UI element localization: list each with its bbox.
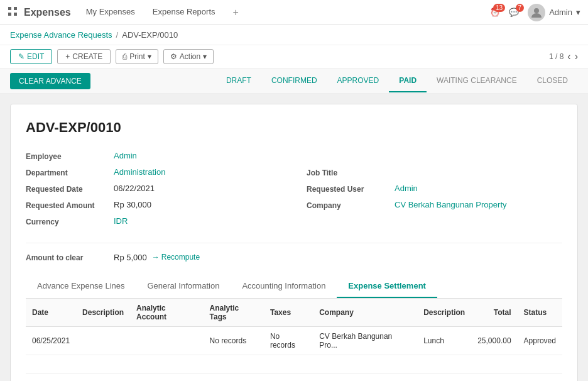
col-date: Date <box>26 299 76 327</box>
amount-to-clear-section: Amount to clear Rp 5,000 → Recompute <box>26 243 562 262</box>
stage-approved[interactable]: APPROVED <box>327 70 389 92</box>
currency-value[interactable]: IDR <box>114 216 128 226</box>
action-dropdown-icon: ▾ <box>203 52 207 61</box>
user-dropdown-icon[interactable]: ▾ <box>576 8 580 17</box>
cell-analytic-tags: No records <box>204 327 264 355</box>
cell-company: CV Berkah Bangunan Pro... <box>313 327 417 355</box>
action-cog-icon: ⚙ <box>170 52 177 61</box>
notifications-chat[interactable]: 💬 7 <box>509 8 519 17</box>
avatar <box>528 4 545 21</box>
tab-expense-settlement[interactable]: Expense Settlement <box>337 275 437 298</box>
col-company: Company <box>313 299 417 327</box>
amount-to-clear-value: Rp 5,000 <box>114 253 147 262</box>
requested-user-label: Requested User <box>307 184 395 194</box>
top-navigation: Expenses My Expenses Expense Reports + ⏰… <box>0 0 588 25</box>
recompute-arrow-icon: → <box>152 253 160 262</box>
cell-analytic-account <box>130 327 203 355</box>
nav-links: My Expenses Expense Reports + <box>84 7 239 18</box>
cell-date: 06/25/2021 <box>26 327 76 355</box>
pagination-info: 1 / 8 <box>549 52 564 61</box>
plus-icon: + <box>65 52 70 61</box>
action-button[interactable]: ⚙ Action ▾ <box>163 49 214 64</box>
nav-expense-reports[interactable]: Expense Reports <box>150 7 218 18</box>
table-row-empty-1 <box>26 355 562 374</box>
stage-closed[interactable]: CLOSED <box>527 70 578 92</box>
record-card: ADV-EXP/0010 Employee Admin Department A… <box>10 104 578 381</box>
prev-button[interactable]: ‹ <box>567 51 570 62</box>
user-name: Admin <box>549 8 572 17</box>
status-stages: DRAFT CONFIRMED APPROVED PAID WAITING CL… <box>216 70 578 92</box>
nav-icons: ⏰ 13 💬 7 Admin ▾ <box>490 4 580 21</box>
currency-label: Currency <box>26 216 114 226</box>
record-title: ADV-EXP/0010 <box>26 119 562 136</box>
job-title-label: Job Title <box>307 167 395 177</box>
stage-draft[interactable]: DRAFT <box>216 70 261 92</box>
svg-rect-0 <box>8 7 11 10</box>
stage-waiting-clearance[interactable]: WAITING CLEARANCE <box>427 70 527 92</box>
requested-date-label: Requested Date <box>26 184 114 194</box>
svg-rect-1 <box>14 7 17 10</box>
svg-rect-2 <box>8 13 11 16</box>
department-label: Department <box>26 167 114 177</box>
action-bar: ✎ EDIT + CREATE ⎙ Print ▾ ⚙ Action ▾ 1 /… <box>0 45 588 69</box>
col-desc2: Description <box>417 299 471 327</box>
col-description: Description <box>76 299 130 327</box>
stage-confirmed[interactable]: CONFIRMED <box>261 70 327 92</box>
employee-label: Employee <box>26 151 114 161</box>
company-value[interactable]: CV Berkah Bangunan Property <box>395 200 507 210</box>
cell-status: Approved <box>518 327 562 355</box>
cell-total: 25,000.00 <box>471 327 517 355</box>
amount-to-clear-label: Amount to clear <box>26 252 114 262</box>
col-total: Total <box>471 299 517 327</box>
two-col-section: Department Administration Requested Date… <box>26 167 562 233</box>
table-row-empty-2 <box>26 374 562 382</box>
svg-point-4 <box>534 8 539 13</box>
user-menu[interactable]: Admin ▾ <box>528 4 580 21</box>
chat-badge: 7 <box>516 4 525 12</box>
recompute-link[interactable]: → Recompute <box>152 253 200 262</box>
tab-accounting-information[interactable]: Accounting Information <box>231 275 337 298</box>
col-analytic-tags: Analytic Tags <box>204 299 264 327</box>
edit-icon: ✎ <box>18 52 24 61</box>
grid-icon[interactable] <box>8 6 18 18</box>
breadcrumb-parent[interactable]: Expense Advance Requests <box>10 30 112 40</box>
col-taxes: Taxes <box>264 299 313 327</box>
department-value[interactable]: Administration <box>114 167 165 177</box>
requested-date-field: Requested Date 06/22/2021 <box>26 184 281 194</box>
app-title: Expenses <box>24 7 71 18</box>
requested-date-value: 06/22/2021 <box>114 184 155 194</box>
table-row: 06/25/2021 No records No records CV Berk… <box>26 327 562 355</box>
tabs-bar: Advance Expense Lines General Informatio… <box>26 275 562 299</box>
clear-advance-button[interactable]: CLEAR ADVANCE <box>10 73 90 89</box>
nav-my-expenses[interactable]: My Expenses <box>84 7 138 18</box>
svg-rect-3 <box>14 13 17 16</box>
print-dropdown-icon: ▾ <box>148 52 151 61</box>
expense-settlement-table: Date Description Analytic Account Analyt… <box>26 299 562 381</box>
col-analytic-account: Analytic Account <box>130 299 203 327</box>
requested-user-value[interactable]: Admin <box>395 184 418 194</box>
col-left: Department Administration Requested Date… <box>26 167 281 233</box>
breadcrumb: Expense Advance Requests / ADV-EXP/0010 <box>0 25 588 45</box>
nav-add-icon[interactable]: + <box>233 7 239 18</box>
employee-value[interactable]: Admin <box>114 151 137 161</box>
status-bar: CLEAR ADVANCE DRAFT CONFIRMED APPROVED P… <box>0 69 588 94</box>
print-button[interactable]: ⎙ Print ▾ <box>116 49 158 64</box>
stage-paid[interactable]: PAID <box>389 70 427 92</box>
col-right: Job Title Requested User Admin Company C… <box>281 167 562 233</box>
cell-desc2: Lunch <box>417 327 471 355</box>
cell-description <box>76 327 130 355</box>
company-label: Company <box>307 200 395 210</box>
requested-user-field: Requested User Admin <box>307 184 562 194</box>
tab-advance-expense-lines[interactable]: Advance Expense Lines <box>26 275 136 298</box>
breadcrumb-separator: / <box>116 30 119 40</box>
breadcrumb-current: ADV-EXP/0010 <box>122 30 178 40</box>
requested-amount-field: Requested Amount Rp 30,000 <box>26 200 281 210</box>
print-icon: ⎙ <box>122 52 127 61</box>
edit-button[interactable]: ✎ EDIT <box>10 49 52 64</box>
requested-amount-label: Requested Amount <box>26 200 114 210</box>
create-button[interactable]: + CREATE <box>57 49 111 64</box>
notifications-clock[interactable]: ⏰ 13 <box>490 8 500 17</box>
next-button[interactable]: › <box>575 51 578 62</box>
tab-general-information[interactable]: General Information <box>136 275 231 298</box>
col-status: Status <box>518 299 562 327</box>
